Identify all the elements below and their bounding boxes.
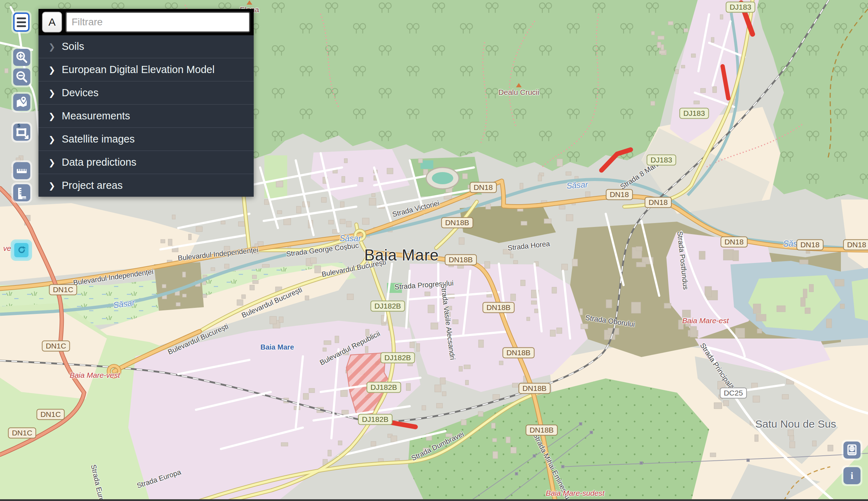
layer-item-devices[interactable]: ❯Devices	[38, 81, 254, 104]
road-shield: DJ182B	[358, 414, 393, 425]
menu-group	[11, 11, 31, 33]
zoom-in-icon	[15, 50, 29, 64]
area-select-icon	[15, 125, 29, 139]
area-count-badge: 5	[17, 123, 20, 128]
city-label: Baia Mare	[364, 246, 439, 264]
chevron-right-icon: ❯	[48, 135, 55, 144]
menu-icon	[17, 17, 26, 19]
road-shield: DN1C	[42, 341, 70, 352]
zoom-group	[11, 47, 32, 87]
road-shield: DN18	[796, 239, 823, 250]
ruler-group	[11, 160, 32, 181]
road-shield: DN18B	[445, 254, 477, 265]
road-shield: DN18	[720, 237, 748, 248]
layer-list: ❯Soils❯European Digital Elevation Model❯…	[38, 35, 254, 197]
map-marker-icon	[15, 95, 29, 109]
area-select-button[interactable]: 5	[13, 124, 30, 141]
road-shield: DN18B	[502, 347, 534, 358]
road-shield: DC25	[720, 388, 747, 399]
layer-item-european-digital-elevation-model[interactable]: ❯European Digital Elevation Model	[38, 58, 254, 81]
chevron-right-icon: ❯	[48, 182, 55, 190]
bottom-edge-bar	[0, 499, 868, 501]
road-shield: DN18	[843, 239, 868, 250]
info-button[interactable]: i	[843, 467, 861, 484]
layer-item-project-areas[interactable]: ❯Project areas	[38, 174, 254, 197]
road-shield: DN18B	[482, 302, 515, 313]
peak-triangle-icon	[516, 83, 522, 87]
atlas-group	[842, 440, 862, 460]
locate-group	[11, 92, 32, 113]
atlas-icon	[845, 443, 859, 457]
road-shield: DN1C	[49, 284, 77, 295]
layer-item-label: Soils	[62, 41, 84, 52]
layer-item-measurements[interactable]: ❯Measurements	[38, 104, 254, 127]
chevron-right-icon: ❯	[48, 159, 55, 167]
refresh-group	[11, 239, 32, 261]
road-shield: DN18B	[441, 217, 473, 228]
place-label: Satu Nou de Sus	[749, 418, 842, 430]
road-shield: DJ182B	[367, 382, 401, 393]
elevation-ruler-icon	[15, 186, 29, 200]
peak-triangle-icon	[247, 0, 252, 5]
refresh-button[interactable]	[12, 241, 30, 259]
road-shield: DJ182B	[371, 301, 405, 312]
map-marker-button[interactable]	[13, 94, 30, 111]
layer-panel: A ❯Soils❯European Digital Elevation Mode…	[38, 9, 254, 197]
road-shield: DJ183	[726, 2, 755, 13]
station-label-bold: Baia Mare	[260, 343, 294, 351]
layer-item-soils[interactable]: ❯Soils	[38, 35, 254, 58]
station-label: Baia Mare-sudest	[546, 489, 605, 497]
layer-item-label: Measurements	[62, 110, 130, 122]
elevation-group	[11, 182, 32, 203]
road-shield: DN18B	[518, 383, 551, 394]
ruler-icon	[15, 164, 29, 178]
road-shield: DN18	[470, 182, 497, 193]
zoom-out-icon	[15, 70, 29, 84]
road-shield: DN18	[645, 197, 672, 208]
layer-item-satellite-images[interactable]: ❯Satellite images	[38, 127, 254, 150]
layer-item-label: Devices	[62, 87, 98, 99]
layer-item-data-predictions[interactable]: ❯Data predictions	[38, 150, 254, 174]
road-shield: DJ183	[647, 155, 676, 166]
layer-item-label: Satellite images	[62, 133, 135, 145]
road-shield: DN18	[606, 189, 633, 200]
road-shield: DJ182B	[381, 352, 415, 363]
info-group: i	[842, 465, 862, 486]
road-shield: DN1C	[8, 428, 36, 439]
elevation-ruler-button[interactable]	[13, 184, 30, 201]
area-group: 5	[11, 122, 32, 143]
filter-bar: A	[38, 9, 254, 35]
zoom-in-button[interactable]	[13, 49, 30, 66]
menu-button[interactable]	[13, 12, 30, 32]
chevron-right-icon: ❯	[48, 112, 55, 120]
layer-item-label: Project areas	[62, 180, 123, 191]
app-window: Strada VictorieiStrada George CoșbucBule…	[0, 0, 868, 501]
road-shield: DN18B	[526, 425, 558, 436]
river-label: Săsar	[340, 234, 361, 243]
filter-input[interactable]	[66, 12, 250, 32]
atlas-button[interactable]	[843, 441, 861, 459]
ruler-button[interactable]	[13, 162, 30, 179]
station-label: Baia Mare-est	[682, 316, 729, 325]
river-label: Săsar	[566, 180, 588, 191]
station-label: Baia Mare-vest	[69, 371, 120, 379]
station-label: ve	[3, 244, 11, 253]
layer-item-label: Data predictions	[62, 156, 136, 168]
filter-mode-button[interactable]: A	[42, 12, 62, 32]
zoom-out-button[interactable]	[13, 68, 30, 86]
chevron-right-icon: ❯	[48, 43, 55, 51]
peak-label: Dealu Crucii	[497, 83, 540, 97]
refresh-icon	[16, 243, 26, 257]
chevron-right-icon: ❯	[48, 66, 55, 74]
layer-item-label: European Digital Elevation Model	[62, 64, 215, 76]
road-shield: DN1C	[36, 409, 64, 420]
road-shield: DJ183	[680, 108, 709, 119]
chevron-right-icon: ❯	[48, 89, 55, 97]
